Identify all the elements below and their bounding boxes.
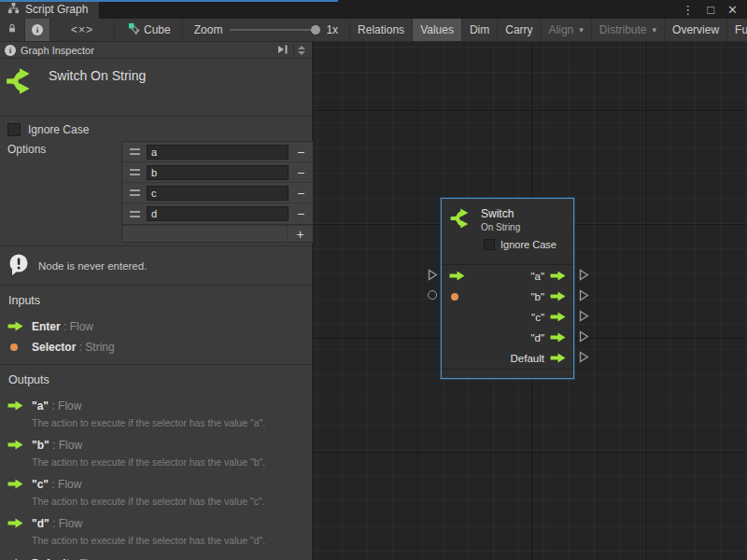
output-desc-c: The action to execute if the selector ha… <box>0 496 312 512</box>
selector-port-icon[interactable] <box>451 293 458 301</box>
output-desc-a: The action to execute if the selector ha… <box>0 417 312 434</box>
flow-arrow-icon <box>7 515 23 532</box>
outputs-header: Outputs <box>0 373 312 395</box>
values-button[interactable]: Values <box>413 19 462 41</box>
node-properties-section: Ignore Case Options − <box>0 117 312 246</box>
carry-button[interactable]: Carry <box>498 19 541 41</box>
port-row-selector-b: "b" <box>442 287 573 307</box>
zoom-slider-handle[interactable] <box>311 25 320 35</box>
option-input[interactable] <box>147 206 289 221</box>
output-desc-d: The action to execute if the selector ha… <box>0 535 312 552</box>
graph-inspector-panel: i Graph Inspector Switch On String <box>0 42 313 560</box>
enter-port-connector[interactable] <box>428 268 438 285</box>
output-row-default: Default : Flow <box>0 553 312 560</box>
arrow-up-icon <box>298 46 305 49</box>
dock-panel-icon[interactable] <box>276 44 289 57</box>
switch-on-string-node[interactable]: Switch On String Ignore Case "a" <box>441 198 574 379</box>
dim-button[interactable]: Dim <box>462 19 498 41</box>
port-row-enter-a: "a" <box>442 266 573 287</box>
input-row-selector: Selector : String <box>0 338 312 357</box>
output-port-connector-d[interactable] <box>579 329 589 346</box>
remove-option-button[interactable]: − <box>289 162 313 183</box>
port-label-c: "c" <box>531 312 544 323</box>
drag-handle-icon[interactable] <box>122 169 147 175</box>
string-value-icon <box>10 343 18 351</box>
port-label-default: Default <box>511 353 544 364</box>
option-input[interactable] <box>147 145 289 160</box>
port-label-d: "d" <box>530 332 544 343</box>
output-port-connector-a[interactable] <box>579 268 589 285</box>
options-list: − − − <box>121 141 314 243</box>
window-menu-icon[interactable]: ⋮ <box>682 4 694 16</box>
code-view-button[interactable]: <×> <box>50 19 115 41</box>
drag-handle-icon[interactable] <box>122 211 147 217</box>
port-label-b: "b" <box>530 291 544 302</box>
output-port-connector-default[interactable] <box>579 350 589 367</box>
option-row: − <box>122 203 313 224</box>
graph-tree-icon <box>7 2 20 17</box>
remove-option-button[interactable]: − <box>289 203 313 224</box>
lock-button[interactable] <box>0 19 25 41</box>
zoom-slider[interactable] <box>230 29 318 31</box>
input-row-enter: Enter : Flow <box>0 315 312 338</box>
inspector-toggle-button[interactable]: i <box>25 19 50 41</box>
port-row-c: "c" <box>442 307 573 328</box>
flow-arrow-icon <box>7 398 23 414</box>
code-icon: <×> <box>58 23 106 36</box>
ignore-case-label: Ignore Case <box>28 123 89 136</box>
option-row: − <box>122 162 313 183</box>
output-port-connector-c[interactable] <box>579 309 589 326</box>
node-ports: "a" "b" "c" "d" <box>442 264 573 369</box>
tab-title: Script Graph <box>25 3 88 16</box>
graph-target-button[interactable]: Cube <box>115 19 183 41</box>
flow-arrow-icon <box>7 555 23 560</box>
drag-handle-icon[interactable] <box>122 189 147 196</box>
warning-text: Node is never entered. <box>38 260 147 272</box>
relations-button[interactable]: Relations <box>350 19 413 41</box>
option-input[interactable] <box>147 186 289 201</box>
zoom-value: 1x <box>326 23 338 36</box>
overview-button[interactable]: Overview <box>665 19 727 41</box>
fullscreen-button[interactable]: Full Screen <box>727 19 747 41</box>
output-row-b: "b" : Flow <box>0 434 312 456</box>
options-label: Options <box>7 141 121 156</box>
enter-flow-port-icon[interactable] <box>449 268 465 285</box>
script-machine-icon <box>128 22 140 37</box>
output-row-c: "c" : Flow <box>0 473 312 496</box>
remove-option-button[interactable]: − <box>289 142 313 162</box>
output-port-connector-b[interactable] <box>579 288 589 305</box>
flow-arrow-icon <box>7 437 23 454</box>
add-option-button[interactable]: + <box>287 226 313 242</box>
panel-scroll-spinner[interactable] <box>293 45 309 56</box>
inputs-section: Inputs Enter : Flow Selector : String <box>0 286 312 365</box>
warning-bubble-icon <box>7 253 30 278</box>
graph-toolbar: i <×> Cube Zoom 1x Relations Values Dim … <box>0 19 747 42</box>
zoom-control: Zoom 1x <box>183 19 350 41</box>
node-title: Switch On String <box>49 65 146 83</box>
remove-option-button[interactable]: − <box>289 183 313 203</box>
arrow-down-icon <box>298 51 305 55</box>
inspector-title: Graph Inspector <box>21 45 94 56</box>
distribute-dropdown[interactable]: Distribute ▾ <box>592 19 665 41</box>
drag-handle-icon[interactable] <box>122 148 147 155</box>
flow-arrow-icon[interactable] <box>550 271 566 283</box>
node-ignore-case-checkbox[interactable] <box>484 239 495 250</box>
flow-arrow-icon[interactable] <box>550 332 566 344</box>
info-icon: i <box>32 24 43 35</box>
flow-arrow-icon[interactable] <box>550 312 566 324</box>
graph-canvas[interactable]: Switch On String Ignore Case "a" <box>313 42 747 560</box>
align-dropdown[interactable]: Align ▾ <box>542 19 592 41</box>
info-icon: i <box>5 45 16 56</box>
tab-script-graph[interactable]: Script Graph <box>0 0 100 19</box>
maximize-icon[interactable]: □ <box>707 4 714 16</box>
ignore-case-checkbox[interactable] <box>7 123 21 136</box>
flow-arrow-icon[interactable] <box>550 291 566 303</box>
close-icon[interactable]: ✕ <box>727 4 738 16</box>
selector-port-connector[interactable] <box>428 290 437 300</box>
script-graph-window: Script Graph ⋮ □ ✕ i <×> Cube Zoom <box>0 0 747 560</box>
option-input[interactable] <box>147 165 289 180</box>
flow-arrow-icon[interactable] <box>550 353 566 365</box>
node-ignore-case-label: Ignore Case <box>500 239 557 250</box>
node-title-section: Switch On String <box>0 59 312 117</box>
node-footer <box>442 369 573 381</box>
